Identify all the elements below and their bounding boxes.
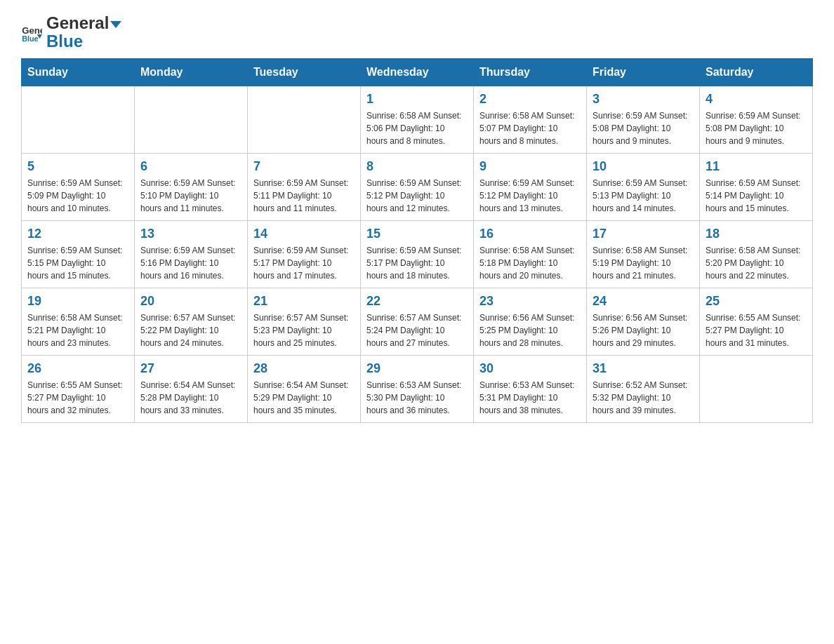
page-header: General Blue General Blue: [21, 14, 813, 51]
day-info: Sunrise: 6:58 AM Sunset: 5:20 PM Dayligh…: [706, 244, 807, 282]
day-number: 16: [479, 227, 581, 241]
day-info: Sunrise: 6:58 AM Sunset: 5:19 PM Dayligh…: [593, 244, 694, 282]
day-info: Sunrise: 6:59 AM Sunset: 5:16 PM Dayligh…: [140, 244, 241, 282]
day-info: Sunrise: 6:59 AM Sunset: 5:17 PM Dayligh…: [366, 244, 468, 282]
calendar-header-row: SundayMondayTuesdayWednesdayThursdayFrid…: [22, 58, 813, 86]
logo-icon: General Blue: [21, 22, 42, 43]
calendar-cell: 13Sunrise: 6:59 AM Sunset: 5:16 PM Dayli…: [135, 220, 248, 288]
day-number: 20: [140, 294, 241, 309]
calendar-cell: 14Sunrise: 6:59 AM Sunset: 5:17 PM Dayli…: [248, 220, 361, 288]
calendar-cell: 10Sunrise: 6:59 AM Sunset: 5:13 PM Dayli…: [587, 153, 700, 220]
day-number: 12: [27, 227, 128, 241]
calendar-cell: 7Sunrise: 6:59 AM Sunset: 5:11 PM Daylig…: [248, 153, 361, 220]
day-info: Sunrise: 6:56 AM Sunset: 5:25 PM Dayligh…: [479, 311, 581, 349]
day-number: 9: [479, 159, 581, 174]
logo-blue-text: Blue: [46, 32, 123, 51]
day-number: 2: [479, 92, 581, 107]
day-number: 25: [706, 294, 807, 309]
day-number: 23: [479, 294, 581, 309]
calendar-cell: 9Sunrise: 6:59 AM Sunset: 5:12 PM Daylig…: [474, 153, 587, 220]
day-number: 18: [706, 227, 807, 241]
calendar-cell: 29Sunrise: 6:53 AM Sunset: 5:30 PM Dayli…: [361, 355, 474, 422]
calendar-cell: [22, 86, 135, 153]
calendar-cell: 30Sunrise: 6:53 AM Sunset: 5:31 PM Dayli…: [474, 355, 587, 422]
calendar-cell: 28Sunrise: 6:54 AM Sunset: 5:29 PM Dayli…: [248, 355, 361, 422]
day-info: Sunrise: 6:57 AM Sunset: 5:23 PM Dayligh…: [253, 311, 355, 349]
day-info: Sunrise: 6:59 AM Sunset: 5:15 PM Dayligh…: [27, 244, 128, 282]
calendar-week-row: 19Sunrise: 6:58 AM Sunset: 5:21 PM Dayli…: [22, 288, 813, 355]
calendar-cell: 12Sunrise: 6:59 AM Sunset: 5:15 PM Dayli…: [22, 220, 135, 288]
day-number: 10: [593, 159, 694, 174]
day-number: 28: [253, 361, 355, 376]
day-info: Sunrise: 6:53 AM Sunset: 5:31 PM Dayligh…: [479, 379, 581, 417]
calendar-cell: [248, 86, 361, 153]
calendar-cell: 25Sunrise: 6:55 AM Sunset: 5:27 PM Dayli…: [700, 288, 813, 355]
calendar-cell: 3Sunrise: 6:59 AM Sunset: 5:08 PM Daylig…: [587, 86, 700, 153]
day-number: 11: [706, 159, 807, 174]
day-info: Sunrise: 6:56 AM Sunset: 5:26 PM Dayligh…: [593, 311, 694, 349]
day-info: Sunrise: 6:55 AM Sunset: 5:27 PM Dayligh…: [706, 311, 807, 349]
calendar-week-row: 12Sunrise: 6:59 AM Sunset: 5:15 PM Dayli…: [22, 220, 813, 288]
day-number: 1: [366, 92, 468, 107]
day-number: 27: [140, 361, 241, 376]
day-number: 31: [593, 361, 694, 376]
day-number: 19: [27, 294, 128, 309]
calendar-week-row: 5Sunrise: 6:59 AM Sunset: 5:09 PM Daylig…: [22, 153, 813, 220]
calendar-cell: 27Sunrise: 6:54 AM Sunset: 5:28 PM Dayli…: [135, 355, 248, 422]
calendar-cell: 15Sunrise: 6:59 AM Sunset: 5:17 PM Dayli…: [361, 220, 474, 288]
day-info: Sunrise: 6:54 AM Sunset: 5:28 PM Dayligh…: [140, 379, 241, 417]
day-number: 6: [140, 159, 241, 174]
day-number: 29: [366, 361, 468, 376]
day-info: Sunrise: 6:59 AM Sunset: 5:13 PM Dayligh…: [593, 177, 694, 215]
day-number: 8: [366, 159, 468, 174]
day-info: Sunrise: 6:59 AM Sunset: 5:14 PM Dayligh…: [706, 177, 807, 215]
calendar-cell: 11Sunrise: 6:59 AM Sunset: 5:14 PM Dayli…: [700, 153, 813, 220]
day-info: Sunrise: 6:58 AM Sunset: 5:06 PM Dayligh…: [366, 109, 468, 147]
calendar-cell: 17Sunrise: 6:58 AM Sunset: 5:19 PM Dayli…: [587, 220, 700, 288]
calendar-header-monday: Monday: [135, 58, 248, 86]
calendar-header-sunday: Sunday: [22, 58, 135, 86]
calendar-cell: 19Sunrise: 6:58 AM Sunset: 5:21 PM Dayli…: [22, 288, 135, 355]
calendar-table: SundayMondayTuesdayWednesdayThursdayFrid…: [21, 58, 813, 423]
calendar-header-thursday: Thursday: [474, 58, 587, 86]
day-info: Sunrise: 6:52 AM Sunset: 5:32 PM Dayligh…: [593, 379, 694, 417]
calendar-cell: 24Sunrise: 6:56 AM Sunset: 5:26 PM Dayli…: [587, 288, 700, 355]
day-info: Sunrise: 6:59 AM Sunset: 5:17 PM Dayligh…: [253, 244, 355, 282]
calendar-week-row: 26Sunrise: 6:55 AM Sunset: 5:27 PM Dayli…: [22, 355, 813, 422]
day-number: 30: [479, 361, 581, 376]
day-info: Sunrise: 6:57 AM Sunset: 5:24 PM Dayligh…: [366, 311, 468, 349]
calendar-cell: 8Sunrise: 6:59 AM Sunset: 5:12 PM Daylig…: [361, 153, 474, 220]
day-info: Sunrise: 6:59 AM Sunset: 5:08 PM Dayligh…: [706, 109, 807, 147]
day-info: Sunrise: 6:53 AM Sunset: 5:30 PM Dayligh…: [366, 379, 468, 417]
day-number: 14: [253, 227, 355, 241]
day-number: 13: [140, 227, 241, 241]
day-number: 15: [366, 227, 468, 241]
day-number: 4: [706, 92, 807, 107]
calendar-cell: [700, 355, 813, 422]
day-info: Sunrise: 6:58 AM Sunset: 5:07 PM Dayligh…: [479, 109, 581, 147]
day-number: 21: [253, 294, 355, 309]
day-info: Sunrise: 6:59 AM Sunset: 5:12 PM Dayligh…: [479, 177, 581, 215]
calendar-cell: 23Sunrise: 6:56 AM Sunset: 5:25 PM Dayli…: [474, 288, 587, 355]
day-number: 22: [366, 294, 468, 309]
day-info: Sunrise: 6:59 AM Sunset: 5:09 PM Dayligh…: [27, 177, 128, 215]
calendar-cell: 5Sunrise: 6:59 AM Sunset: 5:09 PM Daylig…: [22, 153, 135, 220]
calendar-cell: 18Sunrise: 6:58 AM Sunset: 5:20 PM Dayli…: [700, 220, 813, 288]
calendar-cell: 31Sunrise: 6:52 AM Sunset: 5:32 PM Dayli…: [587, 355, 700, 422]
calendar-header-wednesday: Wednesday: [361, 58, 474, 86]
calendar-header-friday: Friday: [587, 58, 700, 86]
calendar-week-row: 1Sunrise: 6:58 AM Sunset: 5:06 PM Daylig…: [22, 86, 813, 153]
calendar-cell: 21Sunrise: 6:57 AM Sunset: 5:23 PM Dayli…: [248, 288, 361, 355]
logo: General Blue General Blue: [21, 14, 123, 51]
day-info: Sunrise: 6:59 AM Sunset: 5:08 PM Dayligh…: [593, 109, 694, 147]
day-info: Sunrise: 6:55 AM Sunset: 5:27 PM Dayligh…: [27, 379, 128, 417]
day-number: 24: [593, 294, 694, 309]
day-number: 17: [593, 227, 694, 241]
day-info: Sunrise: 6:59 AM Sunset: 5:12 PM Dayligh…: [366, 177, 468, 215]
calendar-header-tuesday: Tuesday: [248, 58, 361, 86]
svg-text:Blue: Blue: [22, 34, 38, 43]
logo-general-text: General: [46, 14, 123, 32]
calendar-cell: 4Sunrise: 6:59 AM Sunset: 5:08 PM Daylig…: [700, 86, 813, 153]
calendar-cell: 20Sunrise: 6:57 AM Sunset: 5:22 PM Dayli…: [135, 288, 248, 355]
calendar-cell: 22Sunrise: 6:57 AM Sunset: 5:24 PM Dayli…: [361, 288, 474, 355]
